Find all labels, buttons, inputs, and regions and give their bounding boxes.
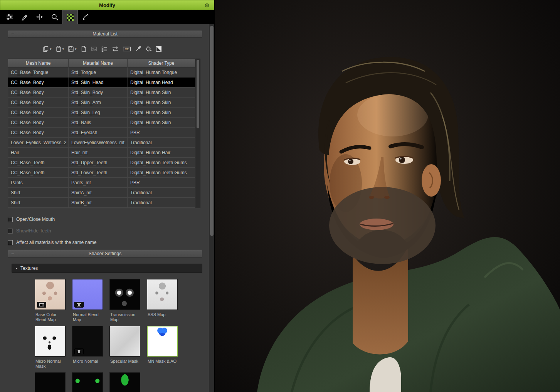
collapse-icon[interactable]: - (16, 266, 17, 271)
swap-materials-button[interactable] (111, 44, 120, 54)
texture-thumbnail[interactable] (109, 326, 140, 357)
table-scrollbar-thumb[interactable] (197, 60, 199, 128)
checkbox[interactable] (8, 240, 13, 245)
texture-tile-normal-blend-map[interactable]: Normal Blend Map (72, 279, 103, 326)
texture-thumbnail[interactable] (147, 279, 178, 310)
close-icon[interactable]: ⊗ (203, 2, 210, 9)
material-name-cell[interactable]: Std_Skin_Head (69, 77, 128, 87)
shader-type-cell[interactable]: PBR (128, 128, 195, 137)
texture-tile-transmission-map[interactable]: Transmission Map (109, 279, 140, 326)
texture-thumbnail[interactable] (109, 372, 140, 392)
affect-all-materials-option[interactable]: Affect all materials with the same name (8, 237, 209, 248)
collapse-icon[interactable]: − (11, 250, 17, 257)
dropdown-arrow-icon[interactable]: ▾ (62, 47, 64, 51)
table-row[interactable]: Hair Hair_mt Digital_Human Hair (8, 148, 195, 158)
material-name-cell[interactable]: ShirtB_mt (69, 198, 128, 207)
tab-brush[interactable] (78, 10, 93, 24)
mesh-name-cell[interactable]: CC_Base_Teeth (8, 168, 69, 177)
texture-tile-specular-mask[interactable]: Specular Mask (109, 326, 140, 372)
eyedropper-button[interactable] (134, 44, 142, 54)
material-name-cell[interactable]: Std_Skin_Leg (69, 108, 128, 117)
texture-thumbnail[interactable] (35, 372, 66, 392)
table-row[interactable]: Shirt ShirtB_mt Traditional (8, 198, 195, 208)
shader-type-cell[interactable]: Traditional (128, 198, 195, 207)
material-name-cell[interactable]: ShirtA_mt (69, 188, 128, 197)
texture-tile-base-color-blend-map[interactable]: Base Color Blend Map (35, 279, 66, 326)
texture-tile-sss-map[interactable]: SSS Map (147, 279, 178, 326)
material-name-cell[interactable]: Std_Eyelash (69, 128, 128, 137)
table-row[interactable]: CC_Base_Body Std_Nails Digital_Human Ski… (8, 118, 195, 128)
split-square-button[interactable] (155, 44, 163, 54)
table-row[interactable]: CC_Base_Teeth Std_Lower_Teeth Digital_Hu… (8, 168, 195, 178)
table-row[interactable]: CC_Base_Body Std_Skin_Body Digital_Human… (8, 87, 195, 98)
texture-thumbnail[interactable] (35, 326, 66, 357)
mesh-name-cell[interactable]: CC_Base_Tongue (8, 67, 69, 77)
material-list-header[interactable]: − Material List (8, 30, 202, 38)
table-row[interactable]: CC_Base_Body Std_Eyelash PBR (8, 128, 195, 138)
texture-tile[interactable] (109, 372, 140, 392)
paste-material-button[interactable]: ▾ (54, 44, 65, 54)
tab-edit-mesh[interactable] (17, 10, 32, 24)
mesh-name-cell[interactable]: CC_Base_Body (8, 108, 69, 117)
shader-type-cell[interactable]: Digital_Human Skin (128, 118, 195, 127)
table-row[interactable]: Pants Pants_mt PBR (8, 178, 195, 188)
shader-type-cell[interactable]: PBR (128, 178, 195, 187)
mesh-name-cell[interactable]: Hair (8, 148, 69, 157)
table-row[interactable]: CC_Base_Tongue Std_Tongue Digital_Human … (8, 67, 195, 77)
table-row[interactable]: CC_Base_Body Std_Skin_Arm Digital_Human … (8, 98, 195, 108)
texture-tile[interactable] (35, 372, 66, 392)
column-header-shader-type[interactable]: Shader Type (128, 59, 195, 67)
shader-type-cell[interactable]: Traditional (128, 188, 195, 197)
texture-thumbnail[interactable] (147, 326, 178, 357)
mesh-name-cell[interactable]: CC_Base_Body (8, 98, 69, 107)
rename-material-button[interactable]: RE (122, 44, 132, 54)
texture-thumbnail[interactable] (72, 279, 103, 310)
dropdown-arrow-icon[interactable]: ▾ (50, 47, 52, 51)
mesh-name-cell[interactable]: Shirt (8, 198, 69, 207)
tab-adjust[interactable] (2, 10, 17, 24)
shader-type-cell[interactable]: Digital_Human Head (128, 77, 195, 87)
dropdown-arrow-icon[interactable]: ▾ (75, 47, 77, 51)
mesh-name-cell[interactable]: CC_Base_Body (8, 128, 69, 137)
mesh-name-cell[interactable]: Pants (8, 178, 69, 187)
shader-type-cell[interactable]: Digital_Human Skin (128, 87, 195, 97)
shader-settings-header[interactable]: − Shader Settings (8, 250, 202, 257)
texture-tile-mn-mask-ao[interactable]: MN Mask & AO (147, 326, 178, 372)
texture-thumbnail[interactable] (72, 326, 103, 357)
mesh-name-cell[interactable]: Shirt (8, 188, 69, 197)
viewport-3d[interactable] (215, 0, 560, 392)
list-view-button[interactable] (100, 44, 109, 54)
mesh-name-cell[interactable]: Lower_Eyelids_Wetness_2 (8, 138, 69, 147)
checkbox[interactable] (8, 217, 13, 222)
mesh-name-cell[interactable]: CC_Base_Body (8, 87, 69, 97)
texture-tile[interactable] (72, 372, 103, 392)
shader-type-cell[interactable]: Digital_Human Tongue (128, 67, 195, 77)
panel-scrollbar[interactable] (209, 24, 214, 392)
mesh-name-cell[interactable]: CC_Base_Body (8, 77, 69, 87)
texture-thumbnail[interactable] (109, 279, 140, 310)
column-header-material-name[interactable]: Material Name (69, 59, 128, 67)
material-name-cell[interactable]: Std_Upper_Teeth (69, 158, 128, 167)
tab-edit-rotate[interactable] (47, 10, 62, 24)
table-row-selected[interactable]: CC_Base_Body Std_Skin_Head Digital_Human… (8, 77, 195, 87)
save-material-button[interactable]: ▾ (67, 44, 77, 54)
texture-tile-micro-normal-mask[interactable]: Micro Normal Mask (35, 326, 66, 372)
copy-material-button[interactable]: ▾ (42, 44, 52, 54)
texture-thumbnail[interactable] (72, 372, 103, 392)
table-row[interactable]: Lower_Eyelids_Wetness_2 LowerEyelidsWetn… (8, 138, 195, 148)
shader-type-cell[interactable]: Digital_Human Skin (128, 98, 195, 107)
material-name-cell[interactable]: LowerEyelidsWetness_mt (69, 138, 128, 147)
material-name-cell[interactable]: Hair_mt (69, 148, 128, 157)
mesh-name-cell[interactable]: CC_Base_Teeth (8, 158, 69, 167)
shader-type-cell[interactable]: Digital_Human Skin (128, 108, 195, 117)
texture-tile-micro-normal[interactable]: Micro Normal (72, 326, 103, 372)
textures-header[interactable]: - Textures (12, 264, 202, 273)
table-row[interactable]: CC_Base_Body Std_Skin_Leg Digital_Human … (8, 108, 195, 118)
paint-bucket-button[interactable] (144, 44, 153, 54)
shader-type-cell[interactable]: Digital_Human Teeth Gums (128, 168, 195, 177)
table-row[interactable]: CC_Base_Teeth Std_Upper_Teeth Digital_Hu… (8, 158, 195, 168)
material-name-cell[interactable]: Pants_mt (69, 178, 128, 187)
panel-titlebar[interactable]: Modify ⊗ (0, 0, 214, 10)
table-scrollbar[interactable] (196, 59, 200, 208)
texture-thumbnail[interactable] (35, 279, 66, 310)
